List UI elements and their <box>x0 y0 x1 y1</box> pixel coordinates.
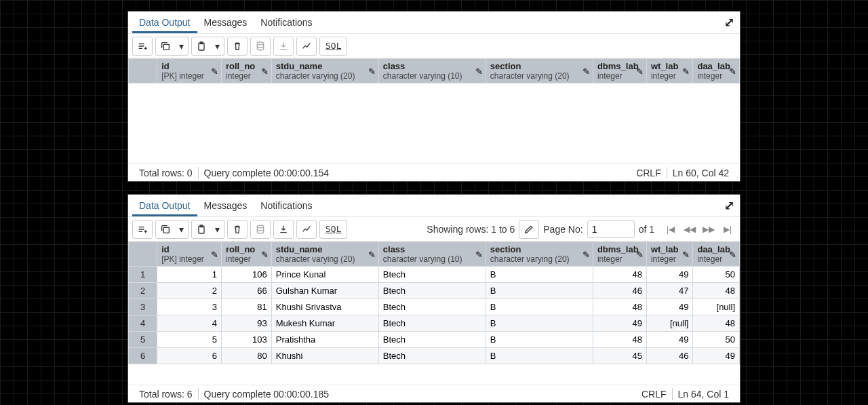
cell-wt_lab[interactable]: 49 <box>646 267 692 283</box>
tab-messages[interactable]: Messages <box>197 12 254 33</box>
cell-roll_no[interactable]: 93 <box>221 315 271 332</box>
tab-data-output[interactable]: Data Output <box>132 12 197 33</box>
save-data-button[interactable] <box>250 220 271 239</box>
row-number[interactable]: 3 <box>129 299 157 315</box>
pencil-icon[interactable]: ✎ <box>211 249 218 259</box>
cell-id[interactable]: 6 <box>157 348 222 364</box>
col-header-section[interactable]: sectioncharacter varying (20)✎ <box>486 242 593 267</box>
cell-daa_lab[interactable]: 49 <box>693 348 740 364</box>
cell-class[interactable]: Btech <box>378 332 486 348</box>
cell-class[interactable]: Btech <box>378 299 486 315</box>
row-number[interactable]: 6 <box>129 348 157 364</box>
page-no-input[interactable] <box>587 220 635 238</box>
sql-button[interactable]: SQL <box>319 37 347 56</box>
add-row-button[interactable] <box>132 220 153 239</box>
pencil-icon[interactable]: ✎ <box>261 66 269 76</box>
pencil-icon[interactable]: ✎ <box>729 249 736 259</box>
cell-wt_lab[interactable]: 46 <box>646 348 692 364</box>
pencil-icon[interactable]: ✎ <box>729 66 736 76</box>
cell-roll_no[interactable]: 81 <box>221 299 271 315</box>
copy-dropdown[interactable]: ▾ <box>175 37 189 56</box>
pencil-icon[interactable]: ✎ <box>475 66 483 76</box>
row-number[interactable]: 5 <box>129 332 157 348</box>
cell-wt_lab[interactable]: 49 <box>646 332 692 348</box>
cell-stdu_name[interactable]: Mukesh Kumar <box>271 315 378 332</box>
copy-button[interactable] <box>155 220 176 239</box>
download-button[interactable] <box>273 37 294 56</box>
col-header-daa_lab[interactable]: daa_labinteger✎ <box>693 59 740 83</box>
cell-section[interactable]: B <box>486 315 593 332</box>
col-header-stdu_name[interactable]: stdu_namecharacter varying (20)✎ <box>271 242 378 267</box>
pencil-icon[interactable]: ✎ <box>682 249 690 259</box>
delete-button[interactable] <box>227 37 248 56</box>
cell-section[interactable]: B <box>486 267 593 283</box>
paste-button[interactable] <box>191 37 212 56</box>
col-header-stdu_name[interactable]: stdu_namecharacter varying (20)✎ <box>271 59 378 83</box>
pencil-icon[interactable]: ✎ <box>211 66 218 76</box>
add-row-button[interactable] <box>132 37 153 56</box>
cell-dbms_lab[interactable]: 46 <box>593 283 646 299</box>
cell-stdu_name[interactable]: Khushi <box>271 348 378 364</box>
cell-roll_no[interactable]: 106 <box>221 267 271 283</box>
next-page-button[interactable]: ▶▶ <box>701 220 717 238</box>
cell-section[interactable]: B <box>486 299 593 315</box>
col-header-wt_lab[interactable]: wt_labinteger✎ <box>646 59 692 83</box>
cell-daa_lab[interactable]: 48 <box>693 283 740 299</box>
cell-wt_lab[interactable]: 47 <box>646 283 692 299</box>
cell-daa_lab[interactable]: 50 <box>693 267 740 283</box>
pencil-icon[interactable]: ✎ <box>583 66 590 76</box>
tab-notifications[interactable]: Notifications <box>254 195 319 216</box>
pencil-icon[interactable]: ✎ <box>636 249 644 259</box>
cell-wt_lab[interactable]: [null] <box>646 315 692 332</box>
cell-stdu_name[interactable]: Khushi Srivastva <box>271 299 378 315</box>
cell-stdu_name[interactable]: Gulshan Kumar <box>271 283 378 299</box>
tab-notifications[interactable]: Notifications <box>254 12 319 33</box>
table-row[interactable]: 4493Mukesh KumarBtechB49[null]48 <box>129 315 740 332</box>
table-row[interactable]: 2266Gulshan KumarBtechB464748 <box>129 283 740 299</box>
download-button[interactable] <box>273 220 294 239</box>
graph-button[interactable] <box>296 220 317 239</box>
cell-id[interactable]: 3 <box>157 299 222 315</box>
table-row[interactable]: 6680KhushiBtechB454649 <box>129 348 740 364</box>
sql-button[interactable]: SQL <box>319 220 347 239</box>
cell-id[interactable]: 5 <box>157 332 222 348</box>
cell-roll_no[interactable]: 103 <box>221 332 271 348</box>
cell-id[interactable]: 2 <box>157 283 222 299</box>
cell-section[interactable]: B <box>486 332 593 348</box>
col-header-dbms_lab[interactable]: dbms_labinteger✎ <box>593 242 646 267</box>
table-row[interactable]: 11106Prince KunalBtechB484950 <box>129 267 740 283</box>
col-header-daa_lab[interactable]: daa_labinteger✎ <box>693 242 740 267</box>
pencil-icon[interactable]: ✎ <box>368 249 376 259</box>
col-header-roll_no[interactable]: roll_nointeger✎ <box>221 242 271 267</box>
tab-data-output[interactable]: Data Output <box>132 195 197 216</box>
cell-class[interactable]: Btech <box>378 348 486 364</box>
pencil-icon[interactable]: ✎ <box>368 66 376 76</box>
pencil-icon[interactable]: ✎ <box>261 249 269 259</box>
cell-section[interactable]: B <box>486 348 593 364</box>
cell-roll_no[interactable]: 80 <box>221 348 271 364</box>
cell-dbms_lab[interactable]: 45 <box>593 348 646 364</box>
pencil-icon[interactable]: ✎ <box>475 249 483 259</box>
col-header-roll_no[interactable]: roll_nointeger✎ <box>221 59 271 83</box>
cell-id[interactable]: 1 <box>157 267 222 283</box>
cell-dbms_lab[interactable]: 48 <box>593 332 646 348</box>
col-header-id[interactable]: id[PK] integer✎ <box>157 242 222 267</box>
cell-wt_lab[interactable]: 49 <box>646 299 692 315</box>
paste-dropdown[interactable]: ▾ <box>211 37 224 56</box>
cell-class[interactable]: Btech <box>378 267 486 283</box>
cell-class[interactable]: Btech <box>378 315 486 332</box>
col-header-class[interactable]: classcharacter varying (10)✎ <box>378 242 486 267</box>
col-header-section[interactable]: sectioncharacter varying (20)✎ <box>486 59 593 83</box>
prev-page-button[interactable]: ◀◀ <box>682 220 698 238</box>
copy-dropdown[interactable]: ▾ <box>175 220 189 239</box>
cell-daa_lab[interactable]: [null] <box>693 299 740 315</box>
cell-stdu_name[interactable]: Pratishtha <box>271 332 378 348</box>
row-number[interactable]: 2 <box>129 283 157 299</box>
first-page-button[interactable]: |◀ <box>663 220 679 238</box>
cell-roll_no[interactable]: 66 <box>221 283 271 299</box>
col-header-dbms_lab[interactable]: dbms_labinteger✎ <box>593 59 646 83</box>
pencil-icon[interactable]: ✎ <box>636 66 644 76</box>
col-header-class[interactable]: classcharacter varying (10)✎ <box>378 59 486 83</box>
table-row[interactable]: 3381Khushi SrivastvaBtechB4849[null] <box>129 299 740 315</box>
last-page-button[interactable]: ▶| <box>719 220 736 238</box>
